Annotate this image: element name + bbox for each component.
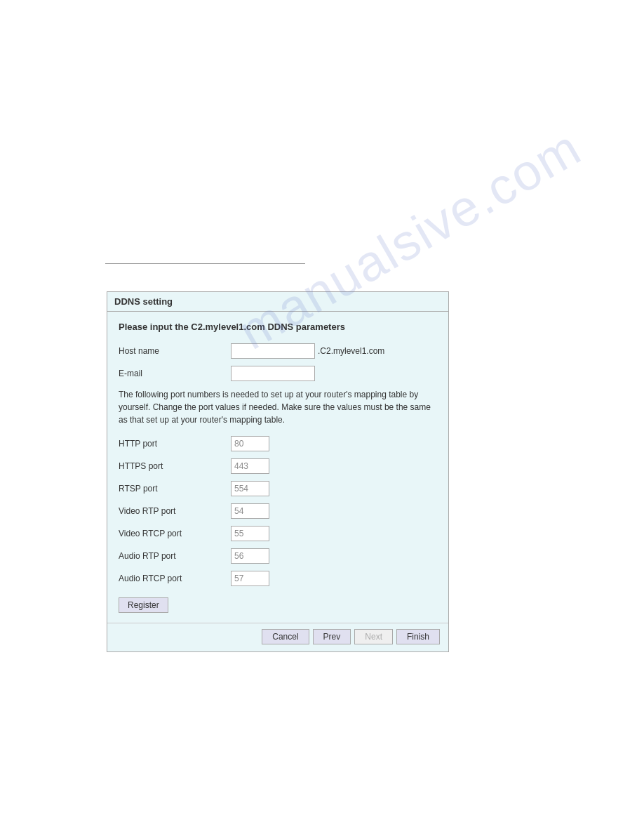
host-name-input[interactable]	[231, 343, 315, 359]
email-input[interactable]	[231, 366, 315, 381]
rtsp-port-input[interactable]	[231, 481, 269, 496]
horizontal-divider	[105, 263, 305, 264]
next-button[interactable]: Next	[354, 629, 393, 644]
video-rtcp-port-input[interactable]	[231, 526, 269, 541]
audio-rtp-port-input[interactable]	[231, 548, 269, 564]
https-port-input[interactable]	[231, 458, 269, 474]
http-port-input[interactable]	[231, 436, 269, 451]
audio-rtp-port-label: Audio RTP port	[119, 551, 231, 561]
register-button[interactable]: Register	[119, 597, 168, 613]
host-name-row: Host name .C2.mylevel1.com	[119, 343, 437, 359]
video-rtp-port-label: Video RTP port	[119, 506, 231, 516]
cancel-button[interactable]: Cancel	[262, 629, 309, 644]
dialog-title: DDNS setting	[107, 292, 448, 312]
email-label: E-mail	[119, 369, 231, 378]
https-port-label: HTTPS port	[119, 461, 231, 471]
email-row: E-mail	[119, 366, 437, 381]
audio-rtp-port-row: Audio RTP port	[119, 548, 437, 564]
audio-rtcp-port-label: Audio RTCP port	[119, 574, 231, 583]
finish-button[interactable]: Finish	[396, 629, 440, 644]
https-port-row: HTTPS port	[119, 458, 437, 474]
prev-button[interactable]: Prev	[313, 629, 351, 644]
ddns-setting-dialog: DDNS setting Please input the C2.mylevel…	[107, 291, 449, 652]
dialog-subtitle: Please input the C2.mylevel1.com DDNS pa…	[119, 322, 437, 332]
host-suffix: .C2.mylevel1.com	[318, 346, 384, 356]
audio-rtcp-port-row: Audio RTCP port	[119, 571, 437, 586]
video-rtp-port-row: Video RTP port	[119, 503, 437, 519]
video-rtcp-port-label: Video RTCP port	[119, 529, 231, 538]
audio-rtcp-port-input[interactable]	[231, 571, 269, 586]
rtsp-port-label: RTSP port	[119, 484, 231, 494]
register-button-container: Register	[119, 593, 437, 613]
dialog-footer: Cancel Prev Next Finish	[107, 623, 448, 651]
host-name-label: Host name	[119, 346, 231, 356]
http-port-label: HTTP port	[119, 439, 231, 449]
video-rtp-port-input[interactable]	[231, 503, 269, 519]
http-port-row: HTTP port	[119, 436, 437, 451]
description-text: The following port numbers is needed to …	[119, 388, 437, 426]
dialog-body: Please input the C2.mylevel1.com DDNS pa…	[107, 312, 448, 623]
rtsp-port-row: RTSP port	[119, 481, 437, 496]
video-rtcp-port-row: Video RTCP port	[119, 526, 437, 541]
